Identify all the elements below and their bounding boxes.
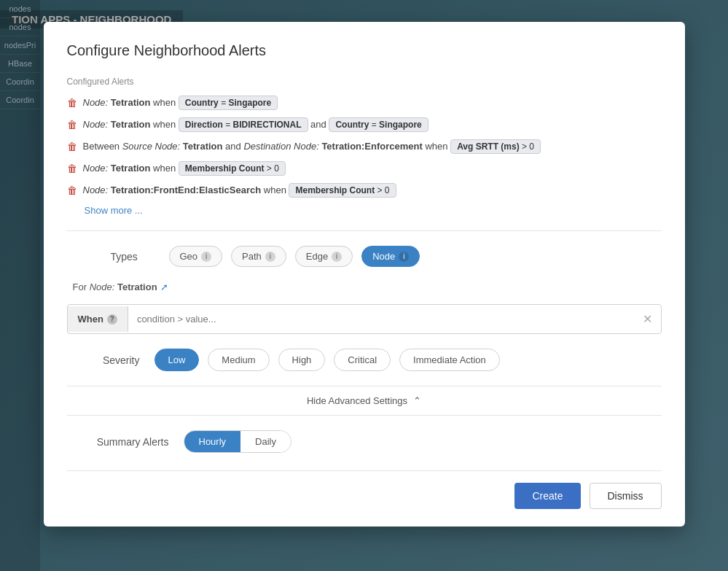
alert-badge: Membership Count > 0 [289, 183, 396, 198]
configured-alerts-label: Configured Alerts [67, 77, 662, 87]
types-row: Types Geo i Path i Edge i Node i [111, 246, 662, 267]
delete-alert-3-icon[interactable]: 🗑 [67, 141, 77, 152]
advanced-settings-label: Hide Advanced Settings [307, 395, 407, 406]
when-input[interactable] [128, 306, 634, 332]
alert-badge: Avg SRTT (ms) > 0 [450, 139, 541, 154]
show-more-link[interactable]: Show more ... [85, 205, 662, 216]
when-text: When [78, 314, 103, 325]
path-info-icon: i [265, 252, 275, 262]
summary-toggle: Hourly Daily [184, 430, 291, 453]
for-prefix: For [73, 281, 90, 292]
node-info-icon: i [399, 252, 409, 262]
chevron-up-icon: ⌃ [413, 395, 421, 406]
type-btn-edge[interactable]: Edge i [295, 246, 353, 267]
alert-2-text: Node: Tetration when Direction = BIDIREC… [83, 117, 428, 132]
alert-item: 🗑 Node: Tetration when Direction = BIDIR… [67, 117, 662, 132]
modal-overlay: Configure Neighborhood Alerts Configured… [0, 0, 728, 571]
type-btn-node[interactable]: Node i [361, 246, 420, 267]
edge-info-icon: i [332, 252, 342, 262]
severity-btn-critical[interactable]: Critical [334, 349, 391, 371]
alert-3-text: Between Source Node: Tetration and Desti… [83, 139, 541, 154]
advanced-settings-toggle[interactable]: Hide Advanced Settings ⌃ [67, 386, 662, 416]
alert-item: 🗑 Node: Tetration when Membership Count … [67, 161, 662, 176]
create-button[interactable]: Create [514, 483, 580, 509]
delete-alert-4-icon[interactable]: 🗑 [67, 163, 77, 174]
delete-alert-1-icon[interactable]: 🗑 [67, 97, 77, 109]
node-label: Node [372, 251, 395, 262]
alert-badge: Country = Singapore [329, 117, 428, 132]
modal-dialog: Configure Neighborhood Alerts Configured… [44, 22, 685, 527]
divider [67, 230, 662, 231]
alert-item: 🗑 Node: Tetration:FrontEnd:ElasticSearch… [67, 183, 662, 198]
node-italic-label: Node: [90, 281, 117, 292]
severity-btn-low[interactable]: Low [154, 349, 200, 371]
type-btn-path[interactable]: Path i [231, 246, 286, 267]
alert-badge: Direction = BIDIRECTIONAL [179, 117, 308, 132]
edge-label: Edge [306, 251, 328, 262]
geo-label: Geo [180, 251, 198, 262]
alert-item: 🗑 Node: Tetration when Country = Singapo… [67, 96, 662, 110]
path-label: Path [242, 251, 262, 262]
dismiss-button[interactable]: Dismiss [590, 483, 662, 509]
when-info-icon: ? [107, 314, 117, 325]
alert-5-text: Node: Tetration:FrontEnd:ElasticSearch w… [83, 183, 396, 198]
when-clear-icon[interactable]: ✕ [634, 305, 661, 333]
summary-alerts-label: Summary Alerts [67, 436, 169, 448]
when-label: When ? [68, 306, 128, 332]
alert-badge: Membership Count > 0 [179, 161, 286, 176]
type-btn-geo[interactable]: Geo i [169, 246, 223, 267]
severity-btn-immediate-action[interactable]: Immediate Action [399, 349, 500, 371]
alert-item: 🗑 Between Source Node: Tetration and Des… [67, 139, 662, 154]
modal-title: Configure Neighborhood Alerts [67, 42, 662, 59]
severity-btn-high[interactable]: High [278, 349, 326, 371]
geo-info-icon: i [201, 252, 211, 262]
types-label: Types [111, 251, 154, 263]
external-link-icon[interactable]: ➚ [160, 281, 168, 292]
alert-badge: Country = Singapore [179, 96, 278, 110]
severity-btn-medium[interactable]: Medium [208, 349, 269, 371]
modal-footer: Create Dismiss [67, 470, 662, 509]
severity-label: Severity [67, 354, 140, 366]
delete-alert-2-icon[interactable]: 🗑 [67, 119, 77, 131]
alerts-list: 🗑 Node: Tetration when Country = Singapo… [67, 96, 662, 198]
summary-row: Summary Alerts Hourly Daily [67, 430, 662, 453]
node-name: Tetration [117, 281, 157, 292]
for-node-row: For Node: Tetration ➚ [67, 281, 662, 292]
summary-btn-hourly[interactable]: Hourly [184, 431, 241, 452]
when-row: When ? ✕ [67, 304, 662, 334]
alert-4-text: Node: Tetration when Membership Count > … [83, 161, 286, 176]
delete-alert-5-icon[interactable]: 🗑 [67, 184, 77, 196]
alert-1-text: Node: Tetration when Country = Singapore [83, 96, 278, 110]
severity-row: Severity Low Medium High Critical Immedi… [67, 349, 662, 371]
summary-btn-daily[interactable]: Daily [240, 431, 291, 452]
